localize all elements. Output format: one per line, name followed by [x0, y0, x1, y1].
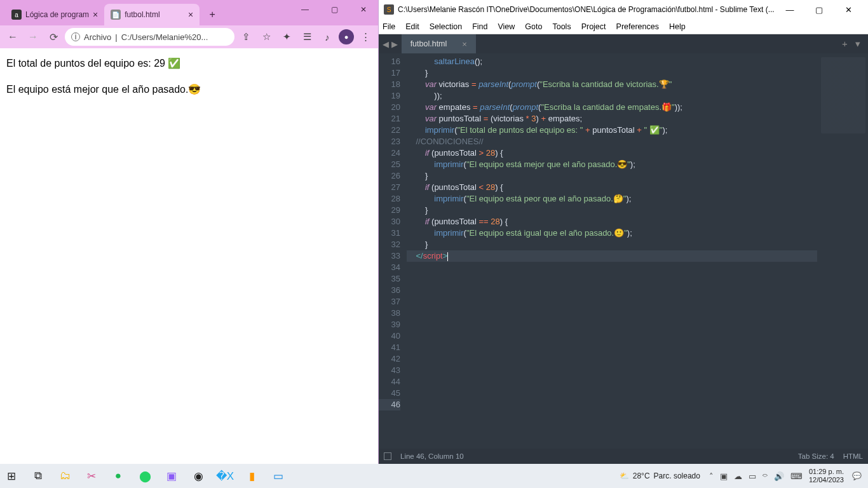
music-ext-icon[interactable]: ♪ [318, 28, 336, 46]
menu-preferences[interactable]: Preferences [616, 22, 659, 31]
close-button[interactable]: ✕ [349, 0, 378, 19]
file-tab-name: futbol.html [410, 39, 447, 48]
maximize-button[interactable]: ▢ [804, 0, 834, 19]
gutter[interactable]: 1617181920 21222324252627282930313233343… [379, 53, 407, 449]
tray-battery-icon[interactable]: ▭ [749, 471, 756, 481]
tab-title: futbol.html [125, 10, 184, 19]
tab-logica[interactable]: a Lógica de program × [5, 4, 104, 25]
clock-date: 12/04/2023 [809, 476, 844, 484]
taskbar-apps: ⊞ ⧉ 🗂 ✂ ● ⬤ ▣ ◉ �X ▮ ▭ [4, 468, 286, 484]
weather-temp: 28°C [633, 471, 650, 480]
tab-nav-arrows[interactable]: ◀ ▶ [379, 39, 402, 49]
sublime-window: S C:\Users\Melanie Rascón IT\OneDrive\Do… [379, 0, 868, 464]
reload-button[interactable]: ⟳ [44, 28, 62, 46]
minimize-button[interactable]: — [290, 0, 320, 19]
weather-desc: Parc. soleado [654, 471, 700, 480]
sublime-icon[interactable]: ▮ [244, 468, 259, 484]
sublime-titlebar: S C:\Users\Melanie Rascón IT\OneDrive\Do… [379, 0, 868, 19]
code-editor[interactable]: saltarLinea(); } var victorias = parseIn… [407, 53, 817, 449]
editor-area: 1617181920 21222324252627282930313233343… [379, 53, 868, 449]
photos-icon[interactable]: ▣ [164, 468, 179, 484]
task-view-icon[interactable]: ⧉ [31, 468, 46, 484]
omnibox[interactable]: i Archivo | C:/Users/Melanie%20... [65, 28, 234, 46]
minimize-button[interactable]: — [775, 0, 804, 19]
vscode-icon[interactable]: �X [217, 468, 233, 484]
syntax-lang[interactable]: HTML [843, 452, 863, 460]
back-button[interactable]: ← [4, 28, 22, 46]
chrome-icon[interactable]: ◉ [191, 468, 206, 484]
tray-chevron-icon[interactable]: ˄ [709, 471, 714, 481]
site-info-icon[interactable]: i [71, 32, 80, 41]
screen-share-icon[interactable]: ▭ [271, 468, 286, 484]
tray-onedrive-icon[interactable]: ☁ [734, 471, 742, 481]
menu-icon[interactable]: ⋮ [356, 28, 374, 46]
statusbar: Line 46, Column 10 Tab Size: 4 HTML [379, 449, 868, 464]
chrome-titlebar: a Lógica de program × 📄 futbol.html × + … [0, 0, 378, 25]
page-viewport: El total de puntos del equipo es: 29 ✅ E… [0, 48, 378, 464]
window-controls: — ▢ ✕ [775, 0, 863, 19]
cursor-position: Line 46, Column 10 [400, 452, 464, 460]
extensions-icon[interactable]: ✦ [278, 28, 295, 46]
close-button[interactable]: ✕ [834, 0, 863, 19]
favicon-icon: a [11, 10, 22, 20]
new-tab-button[interactable]: + [203, 6, 221, 24]
clock[interactable]: 01:29 p. m. 12/04/2023 [809, 468, 844, 484]
url-scheme: Archivo [84, 32, 111, 42]
bookmark-icon[interactable]: ☆ [257, 28, 275, 46]
weather-icon: ⛅ [620, 471, 629, 480]
reading-list-icon[interactable]: ☰ [298, 28, 316, 46]
system-tray: ˄ ▣ ☁ ▭ ⌔ 🔊 ⌨ [709, 471, 803, 481]
menu-view[interactable]: View [498, 22, 515, 31]
tray-meet-icon[interactable]: ▣ [720, 471, 728, 481]
tab-overflow-controls[interactable]: + ▾ [837, 38, 868, 50]
menubar: File Edit Selection Find View Goto Tools… [379, 19, 868, 34]
spotify-icon[interactable]: ● [111, 468, 126, 484]
menu-find[interactable]: Find [472, 22, 487, 31]
menu-goto[interactable]: Goto [525, 22, 542, 31]
windows-taskbar: ⊞ ⧉ 🗂 ✂ ● ⬤ ▣ ◉ �X ▮ ▭ ⛅ 28°C Parc. sole… [0, 464, 868, 488]
start-button[interactable]: ⊞ [4, 468, 19, 484]
favicon-icon: 📄 [111, 10, 121, 20]
weather-widget[interactable]: ⛅ 28°C Parc. soleado [620, 471, 700, 480]
chrome-window: a Lógica de program × 📄 futbol.html × + … [0, 0, 379, 464]
tab-size[interactable]: Tab Size: 4 [798, 452, 834, 460]
menu-help[interactable]: Help [669, 22, 686, 31]
share-icon[interactable]: ⇪ [237, 28, 255, 46]
output-total: El total de puntos del equipo es: 29 ✅ [6, 57, 372, 69]
close-icon[interactable]: × [462, 39, 467, 49]
file-tab-futbol[interactable]: futbol.html × [402, 34, 476, 53]
address-bar: ← → ⟳ i Archivo | C:/Users/Melanie%20...… [0, 25, 378, 48]
forward-button[interactable]: → [24, 28, 42, 46]
snip-icon[interactable]: ✂ [84, 468, 99, 484]
whatsapp-icon[interactable]: ⬤ [137, 468, 153, 484]
output-comparison: El equipo está mejor que el año pasado.😎 [6, 83, 372, 95]
tab-title: Lógica de program [25, 10, 89, 19]
sublime-title: C:\Users\Melanie Rascón IT\OneDrive\Docu… [398, 5, 775, 14]
tray-volume-icon[interactable]: 🔊 [774, 471, 784, 481]
close-icon[interactable]: × [93, 10, 98, 20]
panel-switcher-icon[interactable] [384, 452, 391, 460]
url-sep: | [115, 32, 117, 42]
notifications-icon[interactable]: 💬 [849, 468, 864, 484]
menu-tools[interactable]: Tools [552, 22, 571, 31]
window-controls: — ▢ ✕ [290, 0, 378, 19]
close-icon[interactable]: × [188, 10, 193, 20]
menu-edit[interactable]: Edit [405, 22, 419, 31]
tray-lang-icon[interactable]: ⌨ [790, 471, 803, 481]
tray-wifi-icon[interactable]: ⌔ [763, 471, 768, 481]
tab-bar: ◀ ▶ futbol.html × + ▾ [379, 34, 868, 53]
menu-selection[interactable]: Selection [430, 22, 462, 31]
clock-time: 01:29 p. m. [809, 468, 844, 476]
tab-futbol[interactable]: 📄 futbol.html × [104, 4, 200, 25]
profile-avatar[interactable]: ● [339, 29, 354, 44]
menu-project[interactable]: Project [581, 22, 606, 31]
sublime-app-icon: S [384, 4, 394, 15]
maximize-button[interactable]: ▢ [320, 0, 349, 19]
tab-strip: a Lógica de program × 📄 futbol.html × + [0, 0, 221, 25]
menu-file[interactable]: File [383, 22, 395, 31]
url-path: C:/Users/Melanie%20... [121, 32, 208, 42]
minimap[interactable] [817, 53, 868, 449]
file-explorer-icon[interactable]: 🗂 [57, 468, 72, 484]
